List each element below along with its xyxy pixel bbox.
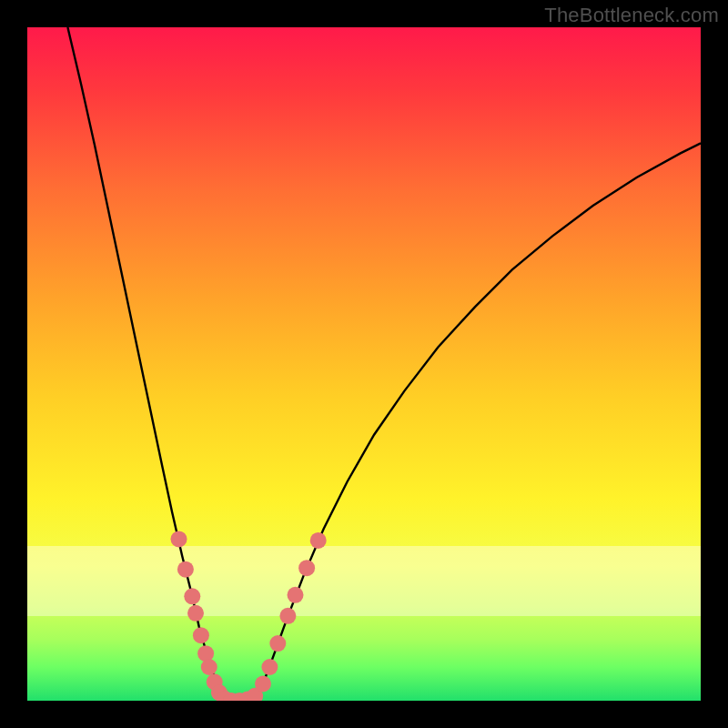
marker-dot: [177, 561, 194, 578]
marker-dot: [171, 531, 187, 547]
marker-dot: [239, 692, 256, 702]
marker-dot: [184, 588, 200, 604]
bottleneck-curve: [67, 27, 701, 701]
marker-dot: [217, 691, 233, 701]
marker-group: [171, 531, 327, 701]
marker-dot: [279, 608, 296, 624]
marker-dot: [207, 673, 223, 690]
plot-area: [27, 27, 701, 701]
marker-dot: [193, 627, 209, 643]
marker-dot: [255, 676, 271, 693]
chart-svg: [27, 27, 701, 701]
marker-dot: [211, 684, 228, 701]
marker-dot: [201, 659, 217, 675]
marker-dot: [231, 693, 248, 701]
marker-dot: [288, 587, 304, 603]
chart-frame: TheBottleneck.com: [0, 0, 728, 728]
marker-dot: [247, 688, 263, 701]
highlight-band: [27, 546, 701, 617]
marker-dot: [269, 635, 286, 652]
marker-dot: [310, 532, 327, 549]
marker-dot: [298, 560, 315, 576]
marker-dot: [261, 659, 278, 675]
marker-dot: [223, 693, 239, 701]
watermark-text: TheBottleneck.com: [544, 4, 719, 27]
marker-dot: [197, 645, 214, 662]
marker-dot: [187, 605, 204, 622]
